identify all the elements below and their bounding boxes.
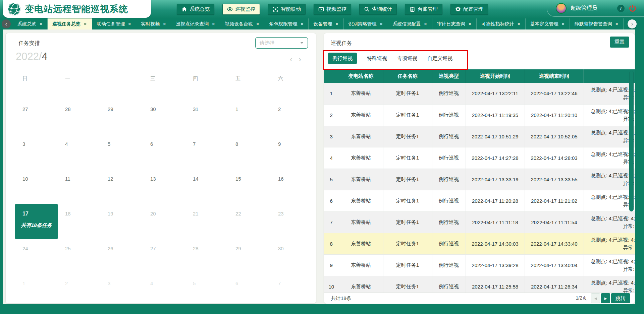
table-row[interactable]: 8东善桥站定时任务1例行巡视2022-04-17 14:30:032022-04… — [324, 233, 635, 254]
calendar-day[interactable]: 16 — [271, 169, 313, 204]
calendar-day[interactable]: 26 — [100, 239, 143, 274]
tab-audit-log-query[interactable]: 审计日志查询✕ — [432, 18, 477, 29]
calendar-day[interactable]: 1 — [228, 100, 271, 134]
nav-system-overview[interactable]: 系统总览 — [177, 4, 214, 15]
table-row[interactable]: 4东善桥站定时任务1例行巡视2022-04-17 14:27:282022-04… — [324, 147, 635, 169]
tab-realtime-video[interactable]: 实时视频✕ — [136, 18, 171, 29]
next-month-icon[interactable]: › — [299, 55, 301, 63]
calendar-day[interactable]: 4 — [58, 134, 100, 169]
calendar-day[interactable]: 7 — [185, 134, 228, 169]
calendar-day[interactable]: 5 — [100, 134, 143, 169]
tab-system-info-config[interactable]: 系统信息配置✕ — [388, 18, 432, 29]
table-row[interactable]: 7东善桥站定时任务1例行巡视2022-04-17 11:11:182022-04… — [324, 211, 635, 233]
calendar-day[interactable]: 30 — [271, 239, 313, 274]
calendar-day[interactable]: 28 — [58, 100, 100, 134]
calendar-day[interactable]: 21 — [185, 204, 228, 239]
tab-inspection-task-overview[interactable]: 巡视任务总览✕ — [48, 18, 92, 29]
calendar-day[interactable]: 8 — [228, 134, 271, 169]
nav-query-stats[interactable]: 查询统计 — [359, 4, 397, 15]
calendar-day[interactable]: 6 — [143, 134, 185, 169]
calendar-day[interactable]: 4 — [143, 274, 185, 304]
calendar-day[interactable]: 29 — [228, 239, 271, 274]
filter-dedicated-inspection[interactable]: 专项巡视 — [397, 53, 417, 64]
close-icon[interactable]: ✕ — [300, 22, 304, 26]
close-icon[interactable]: ✕ — [424, 22, 427, 26]
close-icon[interactable]: ✕ — [335, 22, 338, 26]
tab-basic-definition-mgmt[interactable]: 基本定义管理✕ — [526, 18, 570, 29]
calendar-day[interactable]: 20 — [143, 204, 185, 239]
close-icon[interactable]: ✕ — [380, 22, 383, 26]
calendar-day[interactable]: 11 — [58, 169, 100, 204]
close-icon[interactable]: ✕ — [84, 22, 87, 26]
close-icon[interactable]: ✕ — [128, 22, 131, 26]
tab-linkage-task-mgmt[interactable]: 联动任务管理✕ — [92, 18, 136, 29]
calendar-day[interactable]: 25 — [58, 239, 100, 274]
calendar-day[interactable]: 6 — [228, 274, 271, 304]
calendar-day[interactable]: 30 — [143, 100, 185, 134]
close-icon[interactable]: ✕ — [39, 22, 43, 26]
nav-config-mgmt[interactable]: 配置管理 — [450, 4, 488, 15]
calendar-day[interactable]: 3 — [100, 274, 143, 304]
close-icon[interactable]: ✕ — [212, 22, 215, 26]
tab-scroll-right-icon[interactable]: › — [628, 19, 637, 28]
tab-silent-monitor-alarm[interactable]: 静默监视告警查询✕ — [570, 18, 624, 29]
prev-page-icon[interactable]: ◀ — [591, 293, 600, 303]
logout-power-icon[interactable] — [629, 4, 637, 12]
calendar-day[interactable]: 18 — [58, 204, 100, 239]
tab-role-permission-mgmt[interactable]: 角色权限管理✕ — [264, 18, 309, 29]
calendar-day[interactable]: 27 — [15, 100, 58, 134]
table-row[interactable]: 1东善桥站定时任务1例行巡视2022-04-17 13:22:112022-04… — [324, 83, 635, 104]
table-row[interactable]: 5东善桥站定时任务1例行巡视2022-04-17 13:33:192022-04… — [324, 169, 635, 190]
filter-custom-inspection[interactable]: 自定义巡视 — [427, 53, 452, 64]
table-row[interactable]: 6东善桥站定时任务1例行巡视2022-04-17 11:20:282022-04… — [324, 190, 635, 211]
close-icon[interactable]: ✕ — [517, 22, 521, 26]
nav-inspection-monitor[interactable]: 巡视监控 — [222, 4, 260, 15]
avatar[interactable] — [556, 3, 567, 14]
filter-routine-inspection[interactable]: 例行巡视 — [328, 53, 357, 64]
calendar-day[interactable]: 15 — [228, 169, 271, 204]
tab-recognition-strategy[interactable]: 识别策略管理✕ — [344, 18, 388, 29]
prev-month-icon[interactable]: ‹ — [290, 55, 292, 63]
nav-smart-linkage[interactable]: 智能联动 — [268, 4, 306, 15]
tab-reliability-stats[interactable]: 可靠性指标统计✕ — [477, 18, 526, 29]
tab-system-overview[interactable]: 系统总览✕ — [13, 18, 48, 29]
calendar-day[interactable]: 2 — [271, 100, 313, 134]
tab-scroll-left-icon[interactable]: ‹ — [2, 19, 11, 28]
calendar-day[interactable]: 14 — [185, 169, 228, 204]
calendar-day[interactable]: 3 — [15, 134, 58, 169]
table-scrollbar-thumb[interactable] — [629, 71, 634, 211]
calendar-day[interactable]: 12 — [100, 169, 143, 204]
close-icon[interactable]: ✕ — [163, 22, 166, 26]
nav-ledger-mgmt[interactable]: 台账管理 — [405, 4, 442, 15]
calendar-day[interactable]: 5 — [185, 274, 228, 304]
calendar-day[interactable]: 13 — [143, 169, 185, 204]
table-row[interactable]: 10东善桥站定时任务1例行巡视2022-04-17 11:25:582022-0… — [324, 276, 635, 293]
tab-video-device-ledger[interactable]: 视频设备台账✕ — [220, 18, 264, 29]
calendar-day-selected[interactable]: 17共有18条任务 — [15, 204, 58, 239]
nav-video-monitor[interactable]: 视频监控 — [314, 4, 351, 15]
filter-special-inspection[interactable]: 特殊巡视 — [367, 53, 387, 64]
close-icon[interactable]: ✕ — [468, 22, 472, 26]
table-row[interactable]: 9东善桥站定时任务1例行巡视2022-04-17 13:39:282022-04… — [324, 254, 635, 276]
tab-device-mgmt[interactable]: 设备管理✕ — [309, 18, 343, 29]
table-row[interactable]: 2东善桥站定时任务1例行巡视2022-04-17 11:19:352022-04… — [324, 104, 635, 126]
reset-button[interactable]: 重置 — [610, 37, 629, 48]
calendar-day[interactable]: 1 — [15, 274, 58, 304]
tab-inspection-point-records[interactable]: 巡视点记录查询✕ — [171, 18, 220, 29]
calendar-day[interactable]: 7 — [271, 274, 313, 304]
calendar-day[interactable]: 23 — [271, 204, 313, 239]
calendar-day[interactable]: 9 — [271, 134, 313, 169]
close-icon[interactable]: ✕ — [561, 22, 565, 26]
calendar-day[interactable]: 2 — [58, 274, 100, 304]
close-icon[interactable]: ✕ — [256, 22, 259, 26]
calendar-day[interactable]: 29 — [100, 100, 143, 134]
jump-button[interactable]: 跳转 — [611, 293, 630, 303]
station-select[interactable]: 请选择 — [255, 37, 308, 49]
calendar-day[interactable]: 19 — [100, 204, 143, 239]
calendar-day[interactable]: 28 — [185, 239, 228, 274]
table-row[interactable]: 3东善桥站定时任务1例行巡视2022-04-17 10:51:292022-04… — [324, 126, 635, 147]
calendar-day[interactable]: 24 — [15, 239, 58, 274]
calendar-day[interactable]: 10 — [15, 169, 58, 204]
info-icon[interactable]: i — [617, 5, 625, 12]
calendar-day[interactable]: 27 — [143, 239, 185, 274]
